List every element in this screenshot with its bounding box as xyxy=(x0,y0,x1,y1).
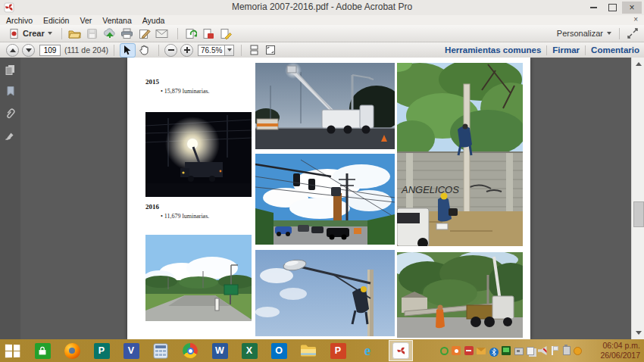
network-tray-icon[interactable] xyxy=(514,348,524,355)
fit-page-button[interactable] xyxy=(263,44,277,57)
mail-tray-icon[interactable] xyxy=(477,348,486,354)
signatures-icon[interactable] xyxy=(5,130,17,142)
previous-page-button[interactable] xyxy=(6,44,19,57)
photo-dusk-bucket-truck xyxy=(255,63,395,149)
scroll-up-icon[interactable] xyxy=(636,62,642,66)
next-page-button[interactable] xyxy=(22,44,35,57)
scrolling-mode-button[interactable] xyxy=(247,44,261,57)
action-center-flag-icon[interactable] xyxy=(550,346,559,355)
save-button[interactable] xyxy=(85,27,100,40)
personalizar-button[interactable]: Personalizar xyxy=(557,29,603,38)
acrobat-icon xyxy=(392,342,409,359)
excel-icon[interactable]: X xyxy=(241,342,258,359)
photos-tray-icon[interactable] xyxy=(452,346,461,355)
powerpoint-icon[interactable]: P xyxy=(330,342,346,359)
firmar-link[interactable]: Firmar xyxy=(552,45,580,55)
chrome-icon[interactable] xyxy=(182,342,199,359)
internet-explorer-icon[interactable]: e xyxy=(359,342,376,359)
antivirus-tray-icon[interactable] xyxy=(574,347,582,355)
store-icon[interactable] xyxy=(34,342,51,359)
taskbar-clock[interactable]: 06:04 p.m. 26/06/2017 xyxy=(584,341,640,360)
zoom-dropdown-button[interactable] xyxy=(224,45,233,55)
acrobat-taskbar-button[interactable] xyxy=(389,340,413,361)
page-count-label: (111 de 204) xyxy=(64,45,108,55)
title-bar: Memoria 2007-2016.pdf - Adobe Acrobat Pr… xyxy=(0,0,644,16)
menu-ayuda[interactable]: Ayuda xyxy=(142,16,165,25)
bluetooth-icon[interactable] xyxy=(489,346,499,355)
edit-pdf-button[interactable] xyxy=(218,27,233,40)
visio-icon[interactable]: V xyxy=(123,342,139,359)
attachments-icon[interactable] xyxy=(5,108,16,120)
zoom-out-button[interactable] xyxy=(164,44,177,57)
zoom-level-control[interactable]: 76.5% xyxy=(198,45,234,56)
clock-date: 26/06/2017 xyxy=(584,351,640,360)
minimize-button[interactable] xyxy=(585,2,602,14)
outlook-icon[interactable]: O xyxy=(270,342,287,359)
hand-tool-button[interactable] xyxy=(137,44,152,57)
export-pdf-button[interactable] xyxy=(183,27,199,40)
photo-traffic-signals-crane xyxy=(255,154,395,245)
page-thumbnails-icon[interactable] xyxy=(5,64,16,75)
page-scroll-icon xyxy=(249,45,259,55)
open-file-button[interactable] xyxy=(67,27,83,40)
luminarias-2015-item: • 15,879 luminarias. xyxy=(161,88,210,95)
create-pdf-button[interactable] xyxy=(201,27,216,40)
taskbar-apps: P V W X O P e xyxy=(5,339,413,362)
pdf-file-icon xyxy=(202,28,214,39)
maximize-button[interactable] xyxy=(604,2,621,14)
close-button[interactable]: × xyxy=(622,2,642,14)
edit-file-icon xyxy=(220,28,232,39)
year-2016-heading: 2016 xyxy=(145,203,159,211)
toolbar-close-icon[interactable]: × xyxy=(633,15,638,23)
menu-ver[interactable]: Ver xyxy=(80,16,92,25)
export-pdf-icon xyxy=(185,28,197,39)
expand-toolbar-icon[interactable] xyxy=(627,28,638,39)
start-button[interactable] xyxy=(5,342,21,359)
menu-ventana[interactable]: Ventana xyxy=(102,16,132,25)
file-explorer-icon[interactable] xyxy=(300,342,317,359)
clock-time: 06:04 p.m. xyxy=(584,341,640,351)
luminarias-2016-item: • 11,679 luminarias. xyxy=(161,213,209,220)
printer-icon xyxy=(120,28,133,39)
menu-bar: Archivo Edición Ver Ventana Ayuda × xyxy=(0,15,644,25)
pdf-page: 2015 • 15,879 luminarias. xyxy=(127,58,530,339)
sync-tray-icon[interactable] xyxy=(440,347,449,355)
document-view[interactable]: 2015 • 15,879 luminarias. xyxy=(20,58,631,339)
year-2015-heading: 2015 xyxy=(145,78,159,86)
zoom-in-button[interactable] xyxy=(180,44,193,57)
documents-tray-icon[interactable] xyxy=(527,347,534,355)
comentario-link[interactable]: Comentario xyxy=(591,45,639,55)
display-tray-icon[interactable] xyxy=(502,346,511,355)
pen-sign-icon xyxy=(139,28,151,39)
volume-muted-icon[interactable] xyxy=(538,346,547,355)
cursor-arrow-icon xyxy=(123,45,132,55)
scrollbar-thumb[interactable] xyxy=(633,201,644,227)
usb-tray-icon[interactable] xyxy=(563,346,571,355)
sign-document-button[interactable] xyxy=(137,27,152,40)
firefox-icon[interactable] xyxy=(64,342,80,359)
calculator-icon[interactable] xyxy=(152,342,169,359)
crear-pdf-icon xyxy=(8,28,20,39)
crear-button[interactable]: Crear xyxy=(5,27,56,40)
security-tray-icon[interactable] xyxy=(464,346,474,355)
scroll-down-icon[interactable] xyxy=(636,331,642,335)
email-button[interactable] xyxy=(155,27,170,40)
vertical-scrollbar[interactable] xyxy=(631,58,644,339)
page-number-input[interactable] xyxy=(39,45,61,56)
save-icon xyxy=(86,28,98,39)
word-icon[interactable]: W xyxy=(211,342,228,359)
panel-links: Herramientas comunes Firmar Comentario xyxy=(445,42,639,58)
hand-icon xyxy=(139,45,149,55)
photo-flatbed-pole-truck xyxy=(397,252,523,338)
select-tool-button[interactable] xyxy=(120,43,136,58)
system-tray xyxy=(440,339,583,362)
windows-logo-icon xyxy=(5,344,20,357)
publisher-icon[interactable]: P xyxy=(93,342,110,359)
herramientas-comunes-link[interactable]: Herramientas comunes xyxy=(445,45,541,55)
menu-archivo[interactable]: Archivo xyxy=(6,16,33,25)
desktop-screen: Memoria 2007-2016.pdf - Adobe Acrobat Pr… xyxy=(0,0,644,362)
menu-edicion[interactable]: Edición xyxy=(43,16,69,25)
send-to-cloud-button[interactable] xyxy=(102,27,117,40)
print-button[interactable] xyxy=(120,27,135,40)
bookmarks-icon[interactable] xyxy=(5,86,16,97)
